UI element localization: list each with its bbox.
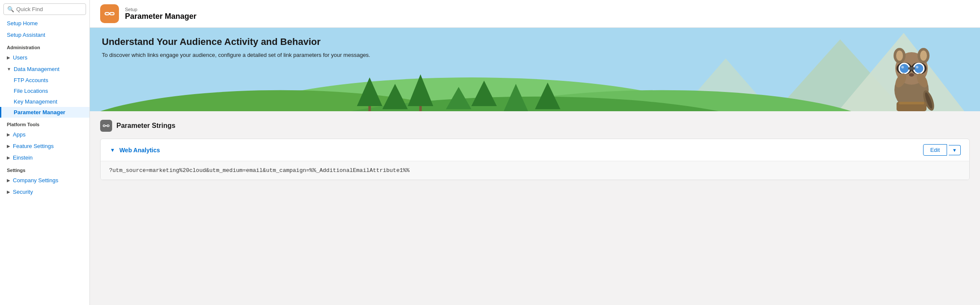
svg-point-31 bbox=[901, 66, 904, 68]
setup-label: Setup bbox=[125, 7, 196, 12]
page-header: Setup Parameter Manager bbox=[90, 0, 980, 28]
sidebar-item-file-locations[interactable]: File Locations bbox=[0, 86, 89, 96]
sidebar-item-company-settings[interactable]: Company Settings bbox=[0, 175, 89, 186]
sidebar-item-apps[interactable]: Apps bbox=[0, 129, 89, 140]
einstein-label: Einstein bbox=[13, 154, 33, 161]
svg-point-32 bbox=[916, 66, 918, 68]
raccoon-illustration bbox=[869, 34, 954, 111]
param-value-row: ?utm_source=marketing%20cloud&utm_medium… bbox=[101, 161, 969, 180]
data-management-chevron bbox=[7, 67, 11, 71]
svg-point-29 bbox=[899, 63, 909, 74]
feature-settings-chevron bbox=[7, 144, 10, 148]
edit-button[interactable]: Edit bbox=[923, 144, 947, 156]
sidebar-item-feature-settings[interactable]: Feature Settings bbox=[0, 140, 89, 152]
svg-point-34 bbox=[909, 73, 914, 77]
apps-label: Apps bbox=[13, 131, 26, 138]
svg-rect-19 bbox=[368, 106, 371, 111]
svg-rect-40 bbox=[899, 102, 924, 104]
banner: Understand Your Audience Activity and Be… bbox=[90, 28, 980, 111]
svg-rect-42 bbox=[107, 125, 109, 127]
einstein-chevron bbox=[7, 155, 10, 160]
svg-rect-33 bbox=[908, 67, 915, 70]
banner-headline: Understand Your Audience Activity and Be… bbox=[102, 36, 370, 47]
param-card-right: Edit ▼ bbox=[923, 144, 961, 156]
sidebar-item-users[interactable]: Users bbox=[0, 52, 89, 63]
sidebar-item-key-management[interactable]: Key Management bbox=[0, 96, 89, 107]
sidebar-item-parameter-manager[interactable]: Parameter Manager bbox=[0, 107, 89, 118]
section-title: Parameter Strings bbox=[116, 122, 175, 130]
security-chevron bbox=[7, 190, 10, 194]
page-title: Parameter Manager bbox=[125, 12, 196, 21]
settings-section: Settings bbox=[0, 163, 89, 175]
web-analytics-link[interactable]: Web Analytics bbox=[119, 147, 160, 154]
param-value-text: ?utm_source=marketing%20cloud&utm_medium… bbox=[109, 167, 961, 174]
company-settings-label: Company Settings bbox=[13, 177, 58, 184]
administration-section: Administration bbox=[0, 41, 89, 52]
feature-settings-label: Feature Settings bbox=[13, 143, 53, 149]
sidebar-item-einstein[interactable]: Einstein bbox=[0, 152, 89, 163]
users-label: Users bbox=[13, 54, 27, 61]
content-area: Parameter Strings ▼ Web Analytics Edit ▼… bbox=[90, 111, 980, 305]
section-icon bbox=[100, 120, 112, 132]
main-content: Setup Parameter Manager bbox=[90, 0, 980, 305]
sidebar: 🔍 Setup Home Setup Assistant Administrat… bbox=[0, 0, 90, 305]
sidebar-item-security[interactable]: Security bbox=[0, 186, 89, 198]
sidebar-item-ftp-accounts[interactable]: FTP Accounts bbox=[0, 75, 89, 86]
section-header: Parameter Strings bbox=[100, 120, 970, 132]
svg-rect-41 bbox=[103, 125, 105, 127]
setup-assistant-link[interactable]: Setup Assistant bbox=[0, 29, 89, 41]
svg-rect-0 bbox=[105, 12, 110, 15]
svg-rect-20 bbox=[419, 106, 422, 111]
param-card-header: ▼ Web Analytics Edit ▼ bbox=[101, 139, 969, 161]
param-card-left: ▼ Web Analytics bbox=[109, 146, 160, 154]
sidebar-item-data-management[interactable]: Data Management bbox=[0, 63, 89, 75]
platform-tools-section: Platform Tools bbox=[0, 118, 89, 129]
company-settings-chevron bbox=[7, 178, 10, 183]
svg-point-25 bbox=[896, 50, 903, 61]
banner-subtext: To discover which links engage your audi… bbox=[102, 52, 370, 58]
banner-content: Understand Your Audience Activity and Be… bbox=[102, 36, 370, 58]
web-analytics-chevron[interactable]: ▼ bbox=[109, 146, 116, 154]
search-icon: 🔍 bbox=[7, 6, 14, 12]
search-box[interactable]: 🔍 bbox=[3, 3, 86, 15]
users-chevron bbox=[7, 55, 10, 60]
edit-dropdown-button[interactable]: ▼ bbox=[949, 145, 961, 155]
search-input[interactable] bbox=[16, 6, 82, 12]
svg-rect-1 bbox=[110, 12, 114, 15]
svg-point-26 bbox=[920, 50, 927, 61]
setup-home-link[interactable]: Setup Home bbox=[0, 18, 89, 29]
security-label: Security bbox=[13, 189, 33, 195]
apps-chevron bbox=[7, 132, 10, 137]
data-management-label: Data Management bbox=[14, 66, 59, 72]
parameter-card: ▼ Web Analytics Edit ▼ ?utm_source=marke… bbox=[100, 139, 970, 180]
svg-point-30 bbox=[914, 63, 924, 74]
header-icon bbox=[100, 4, 119, 23]
header-text-group: Setup Parameter Manager bbox=[125, 7, 196, 21]
